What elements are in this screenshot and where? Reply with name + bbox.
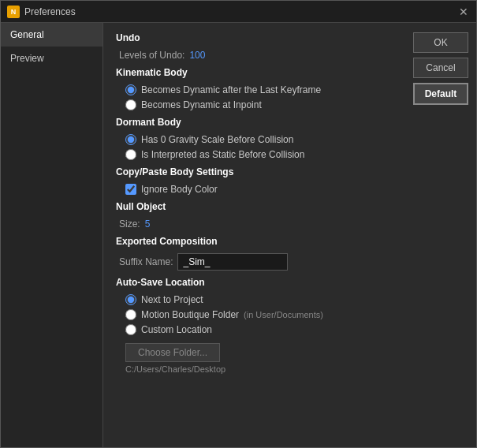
dormant-radio-2[interactable] <box>125 149 136 160</box>
dormant-option-2-label: Is Interpreted as Static Before Collisio… <box>141 149 304 160</box>
undo-levels-value: 100 <box>189 50 205 61</box>
sidebar-item-preview[interactable]: Preview <box>1 47 102 70</box>
ignore-body-color-label: Ignore Body Color <box>141 184 218 195</box>
sidebar: General Preview <box>1 23 103 447</box>
titlebar: N Preferences ✕ <box>1 1 476 23</box>
null-object-size-value: 5 <box>145 218 151 230</box>
kinematic-section-title: Kinematic Body <box>116 67 393 78</box>
null-object-section-title: Null Object <box>116 201 393 212</box>
auto-save-option-3-row: Custom Location <box>116 324 393 335</box>
auto-save-option-2-row: Motion Boutique Folder (in User/Document… <box>116 309 393 320</box>
auto-save-radio-1[interactable] <box>125 294 136 305</box>
sidebar-item-general[interactable]: General <box>1 23 102 47</box>
ignore-body-color-checkbox[interactable] <box>125 184 136 195</box>
preferences-window: N Preferences ✕ General Preview Undo Lev… <box>0 0 477 448</box>
kinematic-option-2-row: Becomes Dynamic at Inpoint <box>116 99 393 110</box>
cancel-button[interactable]: Cancel <box>413 58 468 78</box>
ok-button[interactable]: OK <box>413 32 468 53</box>
window-content: General Preview Undo Levels of Undo: 100… <box>1 23 476 447</box>
undo-section-title: Undo <box>116 32 393 43</box>
suffix-name-row: Suffix Name: <box>116 253 393 271</box>
ignore-body-color-row: Ignore Body Color <box>116 184 393 195</box>
suffix-name-input[interactable] <box>177 253 288 271</box>
auto-save-radio-3[interactable] <box>125 324 136 335</box>
null-object-size-label: Size: <box>119 218 140 230</box>
kinematic-option-2-label: Becomes Dynamic at Inpoint <box>141 99 262 110</box>
window-title: Preferences <box>24 6 457 17</box>
auto-save-option-1-row: Next to Project <box>116 294 393 305</box>
dormant-section-title: Dormant Body <box>116 117 393 128</box>
undo-levels-label: Levels of Undo: <box>119 50 184 61</box>
motion-boutique-hint: (in User/Documents) <box>244 310 323 319</box>
copy-paste-section-title: Copy/Paste Body Settings <box>116 166 393 177</box>
dormant-option-1-row: Has 0 Gravity Scale Before Collision <box>116 134 393 145</box>
dormant-option-1-label: Has 0 Gravity Scale Before Collision <box>141 134 293 145</box>
auto-save-option-2-label: Motion Boutique Folder <box>141 309 239 320</box>
exported-comp-section-title: Exported Composition <box>116 236 393 247</box>
main-content: Undo Levels of Undo: 100 Kinematic Body … <box>103 23 405 447</box>
close-button[interactable]: ✕ <box>457 6 470 18</box>
auto-save-section-title: Auto-Save Location <box>116 277 393 288</box>
auto-save-option-1-label: Next to Project <box>141 294 203 305</box>
save-path: C:/Users/Charles/Desktop <box>116 364 393 374</box>
auto-save-option-3-label: Custom Location <box>141 324 212 335</box>
auto-save-radio-2[interactable] <box>125 309 136 320</box>
buttons-panel: OK Cancel Default <box>405 23 476 447</box>
default-button[interactable]: Default <box>413 83 468 105</box>
null-object-size-row: Size: 5 <box>116 218 393 230</box>
dormant-option-2-row: Is Interpreted as Static Before Collisio… <box>116 149 393 160</box>
titlebar-controls: ✕ <box>457 6 470 18</box>
kinematic-radio-2[interactable] <box>125 99 136 110</box>
kinematic-radio-1[interactable] <box>125 84 136 95</box>
suffix-name-label: Suffix Name: <box>119 256 173 267</box>
dormant-radio-1[interactable] <box>125 134 136 145</box>
choose-folder-button[interactable]: Choose Folder... <box>125 343 220 362</box>
choose-folder-row: Choose Folder... <box>116 340 393 362</box>
app-icon: N <box>7 6 20 18</box>
undo-levels-row: Levels of Undo: 100 <box>116 50 393 61</box>
kinematic-option-1-label: Becomes Dynamic after the Last Keyframe <box>141 84 321 95</box>
kinematic-option-1-row: Becomes Dynamic after the Last Keyframe <box>116 84 393 95</box>
